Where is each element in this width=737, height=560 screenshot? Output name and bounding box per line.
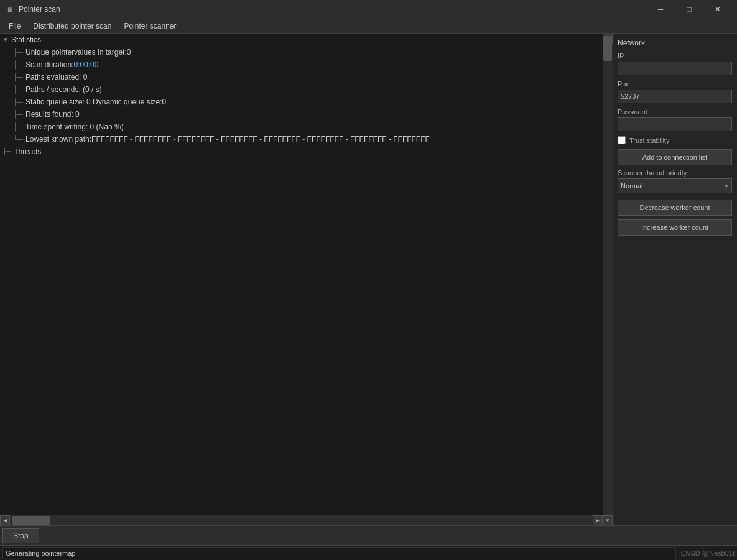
stop-button[interactable]: Stop [2,528,39,543]
child-prefix-icon-5: ├─ [12,96,23,108]
tree-item-duration: ├─ Scan duration: 0:00:00 [0,58,603,71]
tree-item-paths-sec-label: Paths / seconds: (0 / s) [25,84,102,95]
menu-distributed[interactable]: Distributed pointer scan [27,19,118,34]
child-prefix-icon-7: ├─ [12,121,23,132]
tree-main: ▼ Statistics ├─ Unique pointervalues in … [0,34,603,515]
close-button[interactable]: ✕ [703,0,732,19]
priority-label: Scanner thread priority: [618,169,732,177]
vscroll-down-btn[interactable]: ▼ [603,515,613,525]
tree-item-paths-eval: ├─ Paths evaluated: 0 [0,71,603,83]
add-to-connection-button[interactable]: Add to connection list [618,149,732,165]
child-prefix-icon-6: ├─ [12,109,23,120]
window-controls: ─ □ ✕ [646,0,732,19]
network-title: Network [618,39,732,47]
password-label: Password [618,108,732,116]
menu-bar: File Distributed pointer scan Pointer sc… [0,19,737,34]
tree-inner: ▼ Statistics ├─ Unique pointervalues in … [0,34,603,525]
status-right-text: CNSD @Nesb01t [676,549,735,557]
increase-worker-button[interactable]: Increase worker count [618,219,732,236]
child-prefix-icon-3: ├─ [12,71,23,83]
tree-item-lowest: └─ Lowest known path:FFFFFFFF - FFFFFFFF… [0,133,603,145]
title-bar: ⊞ Pointer scan ─ □ ✕ [0,0,737,19]
port-input[interactable] [618,90,732,103]
child-prefix-icon-4: ├─ [12,84,23,95]
tree-item-duration-label: Scan duration: [25,59,73,70]
v-scrollbar[interactable]: ▲ ▼ [603,34,613,525]
vscroll-thumb[interactable] [603,36,612,61]
app-title: Pointer scan [19,5,646,14]
main-content: ▼ Statistics ├─ Unique pointervalues in … [0,34,737,525]
tree-container: ▼ Statistics ├─ Unique pointervalues in … [0,34,613,525]
hscroll-left-btn[interactable]: ◀ [0,515,10,525]
tree-root-label: Statistics [11,34,41,45]
tree-item-writing: ├─ Time spent writing: 0 (Nan %) [0,121,603,133]
tree-item-paths-eval-label: Paths evaluated: 0 [25,71,87,83]
status-bar: CNSD @Nesb01t [0,545,737,560]
ip-label: IP [618,52,732,60]
child-prefix-icon: ├─ [12,47,23,58]
tree-item-queue-label: Static queue size: 0 Dynamic queue size:… [25,96,166,108]
port-label: Port [618,80,732,88]
threads-label: Threads [14,146,41,157]
tree-threads: ├─ Threads [0,145,603,158]
maximize-button[interactable]: □ [675,0,703,19]
trust-stability-row: Trust stability [618,136,732,144]
minimize-button[interactable]: ─ [646,0,675,19]
priority-select-wrapper: Normal Low Below Normal Above Normal Hig… [618,178,732,193]
tree-item-writing-label: Time spent writing: 0 (Nan %) [25,121,124,132]
expand-icon[interactable]: ▼ [2,34,9,45]
decrease-worker-button[interactable]: Decrease worker count [618,200,732,216]
child-prefix-icon-8: └─ [12,134,23,145]
ip-input[interactable] [618,62,732,75]
child-prefix-icon-2: ├─ [12,59,23,70]
hscroll-right-btn[interactable]: ▶ [593,515,603,525]
priority-select[interactable]: Normal Low Below Normal Above Normal Hig… [618,178,732,193]
tree-item-queue: ├─ Static queue size: 0 Dynamic queue si… [0,96,603,108]
bottom-bar: Stop [0,525,737,545]
tree-scroll[interactable]: ▼ Statistics ├─ Unique pointervalues in … [0,34,603,515]
menu-pointer-scanner[interactable]: Pointer scanner [118,19,182,34]
tree-item-unique: ├─ Unique pointervalues in target:0 [0,46,603,58]
tree-item-lowest-label: Lowest known path:FFFFFFFF - FFFFFFFF - … [25,134,430,145]
hscroll-thumb[interactable] [12,516,50,525]
h-scrollbar[interactable]: ◀ ▶ [0,515,603,525]
threads-expand-icon[interactable]: ├─ [2,146,11,157]
tree-item-results: ├─ Results found: 0 [0,108,603,121]
right-panel: Network IP Port Password Trust stability… [613,34,737,525]
password-input[interactable] [618,117,732,131]
tree-root-statistics: ▼ Statistics [0,34,603,46]
trust-stability-checkbox[interactable] [618,136,626,144]
status-input[interactable] [2,547,676,559]
tree-item-paths-sec: ├─ Paths / seconds: (0 / s) [0,83,603,96]
trust-stability-label: Trust stability [629,137,669,144]
app-icon: ⊞ [5,4,15,14]
tree-item-duration-value: 0:00:00 [73,59,98,70]
menu-file[interactable]: File [2,19,27,34]
tree-item-results-label: Results found: 0 [25,109,80,120]
tree-item-unique-label: Unique pointervalues in target:0 [25,47,131,58]
